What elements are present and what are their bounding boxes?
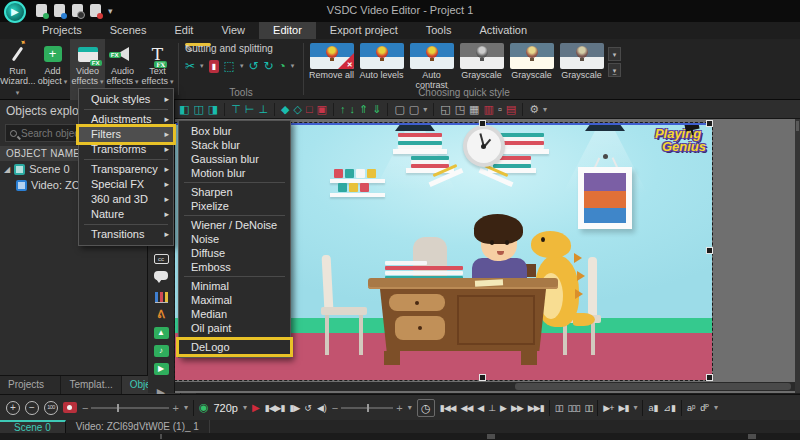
menu-edit[interactable]: Edit — [160, 22, 207, 39]
rewind-button[interactable]: ◀◀ — [460, 403, 472, 413]
submenu-item-stack-blur[interactable]: Stack blur — [179, 138, 290, 152]
fit-a-button[interactable]: aᵖ — [687, 403, 695, 413]
go-start-button[interactable]: ▮◀◀ — [440, 403, 456, 413]
loop-start-button[interactable]: ▮◀▶▮ — [265, 403, 285, 413]
video-object-tab[interactable]: Video: ZCl69dVtW0E (1)_ 1 — [66, 420, 210, 433]
submenu-item-sharpen[interactable]: Sharpen — [179, 185, 290, 199]
resolution-caret-icon[interactable]: ▾ — [243, 403, 247, 412]
marker-out-button[interactable]: ▶▮ — [619, 403, 629, 413]
menu-item-nature[interactable]: Nature▸ — [79, 207, 173, 222]
snap-icon[interactable]: ▥ — [483, 101, 493, 118]
quick-style-grayscale-2[interactable]: Grayscale — [508, 43, 555, 90]
menu-editor[interactable]: Editor — [259, 22, 316, 39]
add-image-button[interactable]: ▲ — [152, 325, 170, 340]
forward-button[interactable]: ▶▶ — [511, 403, 523, 413]
selection-handle-top-center[interactable] — [479, 120, 486, 127]
add-chart-button[interactable] — [152, 290, 170, 305]
grid-icon[interactable]: ▦ — [469, 101, 479, 118]
move-up-icon[interactable]: ↑ — [340, 101, 346, 118]
menu-item-360-and-3d[interactable]: 360 and 3D▸ — [79, 192, 173, 207]
tab-templates[interactable]: Templat... — [61, 376, 121, 394]
submenu-item-wiener-denoise[interactable]: Wiener / DeNoise — [179, 218, 290, 232]
quick-style-auto-levels[interactable]: Auto levels — [358, 43, 405, 90]
quick-style-more-button[interactable]: ▾̲ — [608, 63, 621, 77]
group-icon[interactable]: ◱ — [440, 101, 450, 118]
submenu-item-delogo[interactable]: DeLogo — [179, 340, 290, 354]
align-right-icon[interactable]: ◨ — [208, 101, 218, 118]
menu-scenes[interactable]: Scenes — [96, 22, 161, 39]
add-animation-button[interactable]: ᕕ — [152, 307, 170, 322]
submenu-item-median[interactable]: Median — [179, 307, 290, 321]
scene-tab[interactable]: Scene 0 — [0, 420, 66, 433]
align-center-icon[interactable]: ◫ — [193, 101, 203, 118]
menu-activation[interactable]: Activation — [465, 22, 541, 39]
quick-style-grayscale-1[interactable]: Grayscale — [458, 43, 505, 90]
speed-tool-icon[interactable]: ◔ — [279, 59, 286, 73]
magnet-icon[interactable]: ▤ — [506, 101, 516, 118]
time-display-button[interactable]: ◷ — [417, 399, 435, 417]
add-audio-button[interactable]: ♪ — [152, 343, 170, 358]
rotate-ccw-icon[interactable]: ↺ — [248, 59, 258, 73]
selection-handle-top-right[interactable] — [706, 120, 713, 127]
ungroup-icon[interactable]: ◳ — [455, 101, 465, 118]
cursor-position-button[interactable]: ⊥ — [488, 403, 495, 413]
submenu-item-noise[interactable]: Noise — [179, 232, 290, 246]
split-tool-icon[interactable]: ✂ — [185, 59, 195, 73]
selection-handle-bottom-center[interactable] — [479, 374, 486, 381]
align-bottom-icon[interactable]: ⊥ — [258, 101, 268, 118]
expand-triangle-icon[interactable]: ◢ — [4, 165, 10, 174]
submenu-item-gaussian-blur[interactable]: Gaussian blur — [179, 152, 290, 166]
menu-tools[interactable]: Tools — [412, 22, 466, 39]
move-down-icon[interactable]: ↓ — [350, 101, 356, 118]
frame-view-3-button[interactable]: ▯▯ — [584, 403, 592, 413]
run-wizard-button[interactable]: Run Wizard... — [0, 39, 35, 100]
frame-view-2-button[interactable]: ▯▯▯ — [568, 403, 580, 413]
add-tooltip-button[interactable] — [152, 268, 170, 283]
add-video-button[interactable]: ▶ — [152, 361, 170, 376]
menu-view[interactable]: View — [207, 22, 259, 39]
paste-icon[interactable]: ▢ — [394, 101, 404, 118]
align-top-icon[interactable]: ⊤ — [231, 101, 241, 118]
menu-item-transitions[interactable]: Transitions▸ — [79, 227, 173, 242]
submenu-item-oil-paint[interactable]: Oil paint — [179, 321, 290, 335]
menu-item-transforms[interactable]: Transforms▸ — [79, 142, 173, 157]
settings-gear-icon[interactable]: ⚙ — [529, 101, 539, 118]
paste-special-icon[interactable]: ▢ — [409, 101, 419, 118]
guides-icon[interactable]: ▫ — [498, 101, 502, 118]
fit-height-icon[interactable]: ◇ — [293, 101, 301, 118]
submenu-item-box-blur[interactable]: Box blur — [179, 124, 290, 138]
menu-item-adjustments[interactable]: Adjustments▸ — [79, 112, 173, 127]
zoom-in-button[interactable]: + — [6, 401, 20, 415]
zoom-out-button[interactable]: − — [25, 401, 39, 415]
volume-slider[interactable]: −+ — [332, 402, 403, 414]
marker-in-button[interactable]: ▶+ — [603, 403, 613, 413]
menu-item-quick-styles[interactable]: Quick styles▸ — [79, 92, 173, 107]
canvas-vertical-scrollbar[interactable] — [795, 119, 800, 393]
submenu-item-motion-blur[interactable]: Motion blur — [179, 166, 290, 180]
go-end-button[interactable]: ▶▶▮ — [528, 403, 544, 413]
mute-button[interactable]: ◀) — [317, 403, 327, 413]
prev-frame-button[interactable]: ◀ — [477, 403, 483, 413]
cut-tool-icon[interactable]: ▮ — [209, 60, 219, 73]
timeline-ruler[interactable] — [0, 433, 800, 440]
submenu-item-emboss[interactable]: Emboss — [179, 260, 290, 274]
submenu-item-minimal[interactable]: Minimal — [179, 279, 290, 293]
preview-play-button[interactable]: ▶ — [252, 402, 260, 413]
capture-icon[interactable] — [63, 402, 77, 413]
frame-view-1-button[interactable]: ▯▯ — [555, 403, 563, 413]
align-middle-icon[interactable]: ⊢ — [245, 101, 255, 118]
replay-button[interactable]: ↺ — [304, 403, 312, 413]
fit-b-button[interactable]: dᴾ — [700, 403, 709, 413]
align-left-icon[interactable]: ◧ — [179, 101, 189, 118]
scale-b-button[interactable]: ⊿▮ — [663, 403, 676, 413]
submenu-item-maximal[interactable]: Maximal — [179, 293, 290, 307]
preview-zoom-slider[interactable]: −+ — [82, 402, 179, 414]
move-top-icon[interactable]: ⇑ — [359, 101, 368, 118]
selection-handle-bottom-right[interactable] — [706, 374, 713, 381]
quick-style-auto-contrast[interactable]: Auto contrast — [408, 43, 455, 90]
add-object-button[interactable]: + Add object — [35, 39, 70, 100]
quick-style-scroll-up-button[interactable]: ▾ — [608, 47, 621, 61]
menu-item-special-fx[interactable]: Special FX▸ — [79, 177, 173, 192]
fit-scene-icon[interactable]: ▣ — [317, 101, 327, 118]
add-subtitles-button[interactable]: cc — [152, 251, 170, 266]
